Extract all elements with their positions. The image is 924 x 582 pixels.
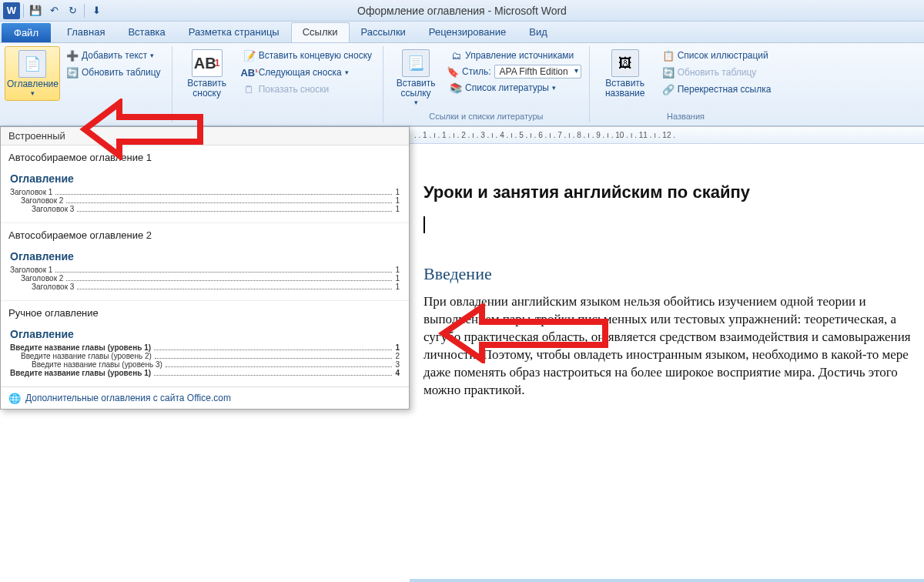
window-title: Оформление оглавления - Microsoft Word [0,5,924,17]
chevron-down-icon: ▾ [390,99,442,106]
tab-references[interactable]: Ссылки [291,22,350,42]
group-label-citations: Ссылки и списки литературы [388,112,584,121]
refresh-icon: 🔄 [662,66,675,79]
gallery-item-title: Автособираемое оглавление 1 [8,152,401,163]
next-footnote-icon: AB¹ [243,66,256,79]
gallery-item-manual[interactable]: Ручное оглавление Оглавление Введите наз… [1,300,409,386]
document-page[interactable]: Уроки и занятия английским по скайпу Вве… [410,144,924,415]
figures-list-icon: 📋 [662,49,675,62]
preview-heading: Оглавление [10,172,400,185]
group-captions: 🖼 Вставить название 📋 Список иллюстраций… [590,46,782,122]
cross-reference-button[interactable]: 🔗 Перекрестная ссылка [659,82,775,97]
chevron-down-icon: ▾ [7,89,58,97]
insert-footnote-label: Вставить сноску [179,79,236,99]
show-notes-button: 🗒 Показать сноски [240,82,375,97]
group-footnotes: AB1 Вставить сноску 📝 Вставить концевую … [172,46,383,122]
quick-access-toolbar: W 💾 ↶ ↻ ⬇ [0,2,105,19]
insert-endnote-button[interactable]: 📝 Вставить концевую сноску [240,48,375,63]
insert-citation-label: Вставить ссылку [390,79,442,99]
gallery-more-online[interactable]: 🌐 Дополнительные оглавления с сайта Offi… [1,386,409,409]
ribbon-tabs: Файл Главная Вставка Разметка страницы С… [0,22,924,43]
tab-file[interactable]: Файл [2,23,51,42]
bibliography-icon: 📚 [450,82,462,94]
next-footnote-label: Следующая сноска [259,67,342,78]
tab-insert[interactable]: Вставка [116,22,176,42]
show-notes-label: Показать сноски [259,84,330,95]
add-text-button[interactable]: ➕ Добавить текст ▾ [63,48,164,63]
chevron-down-icon: ▾ [345,69,349,76]
endnote-icon: 📝 [243,49,256,62]
group-label [5,112,167,121]
tab-mailings[interactable]: Рассылки [350,22,417,42]
bibliography-button[interactable]: 📚 Список литературы ▾ [447,80,581,95]
gallery-preview: Оглавление Введите название главы (урове… [8,325,401,379]
toc-button[interactable]: 📄 Оглавление ▾ [5,46,60,101]
page-title: Уроки и занятия английским по скайпу [424,182,924,202]
undo-button[interactable]: ↶ [45,2,62,19]
gallery-item-auto2[interactable]: Автособираемое оглавление 2 Оглавление З… [1,222,409,300]
chevron-down-icon: ▾ [150,52,154,59]
style-icon: 🔖 [447,65,459,78]
group-label-captions: Названия [594,112,778,121]
table-of-figures-button[interactable]: 📋 Список иллюстраций [659,48,775,63]
manage-sources-button[interactable]: 🗂 Управление источниками [447,48,581,63]
add-text-label: Добавить текст [82,50,147,61]
gallery-item-auto1[interactable]: Автособираемое оглавление 1 Оглавление З… [1,146,409,222]
word-icon: W [3,2,20,19]
horizontal-ruler[interactable]: . . 1 . ı . 1 . ı . 2 . ı . 3 . ı . 4 . … [410,127,924,144]
update-figures-label: Обновить таблицу [678,67,757,78]
group-label [177,112,378,121]
ribbon: 📄 Оглавление ▾ ➕ Добавить текст ▾ 🔄 Обно… [0,43,924,126]
update-figures-button: 🔄 Обновить таблицу [659,65,775,80]
insert-endnote-label: Вставить концевую сноску [259,50,372,61]
toc-gallery-dropdown: Встроенный Автособираемое оглавление 1 О… [0,126,410,410]
gallery-item-title: Автособираемое оглавление 2 [8,229,401,241]
update-table-label: Обновить таблицу [82,67,161,78]
cursor-line [424,216,924,233]
citation-style-combo[interactable]: APA Fifth Edition [494,65,581,79]
cross-reference-label: Перекрестная ссылка [678,84,772,95]
group-citations: 📃 Вставить ссылку ▾ 🗂 Управление источни… [383,46,590,122]
add-text-icon: ➕ [66,49,79,62]
body-paragraph: При овладении английским языком нельзя о… [424,293,924,400]
toc-label: Оглавление [7,79,58,89]
insert-footnote-button[interactable]: AB1 Вставить сноску [177,46,237,102]
manage-sources-icon: 🗂 [450,49,462,62]
insert-citation-button[interactable]: 📃 Вставить ссылку ▾ [388,46,444,109]
office-icon: 🌐 [8,392,21,404]
gallery-more-label: Дополнительные оглавления с сайта Office… [25,393,231,403]
chevron-down-icon: ▾ [552,84,556,92]
preview-heading: Оглавление [10,328,400,340]
manage-sources-label: Управление источниками [465,50,574,61]
style-label: Стиль: [462,66,490,77]
divider [84,4,85,18]
bibliography-label: Список литературы [465,82,549,93]
tab-view[interactable]: Вид [517,22,559,42]
gallery-preview: Оглавление Заголовок 11 Заголовок 21 Заг… [8,169,401,215]
gallery-preview: Оглавление Заголовок 11 Заголовок 21 Заг… [8,247,401,293]
insert-caption-button[interactable]: 🖼 Вставить название [594,46,656,102]
preview-heading: Оглавление [10,250,400,263]
gallery-category-builtin: Встроенный [1,127,409,146]
gallery-item-title: Ручное оглавление [8,307,401,319]
citation-style-row: 🔖 Стиль: APA Fifth Edition [447,65,581,79]
redo-button[interactable]: ↻ [64,2,81,19]
tab-review[interactable]: Рецензирование [417,22,517,42]
toc-icon: 📄 [18,50,46,78]
refresh-icon: 🔄 [66,66,79,79]
footnote-icon: AB1 [192,49,223,77]
heading-2: Введение [424,264,924,284]
tab-page-layout[interactable]: Разметка страницы [177,22,291,42]
qat-customize-button[interactable]: ⬇ [88,2,105,19]
update-table-button[interactable]: 🔄 Обновить таблицу [63,65,164,80]
next-footnote-button[interactable]: AB¹ Следующая сноска ▾ [240,65,375,80]
caption-icon: 🖼 [611,49,639,77]
document-area: . . 1 . ı . 1 . ı . 2 . ı . 3 . ı . 4 . … [410,126,924,582]
citation-icon: 📃 [402,49,430,77]
tab-home[interactable]: Главная [55,22,116,42]
crossref-icon: 🔗 [662,83,675,95]
save-button[interactable]: 💾 [27,2,44,19]
show-notes-icon: 🗒 [243,83,256,95]
insert-caption-label: Вставить название [596,79,654,99]
divider [23,4,24,18]
